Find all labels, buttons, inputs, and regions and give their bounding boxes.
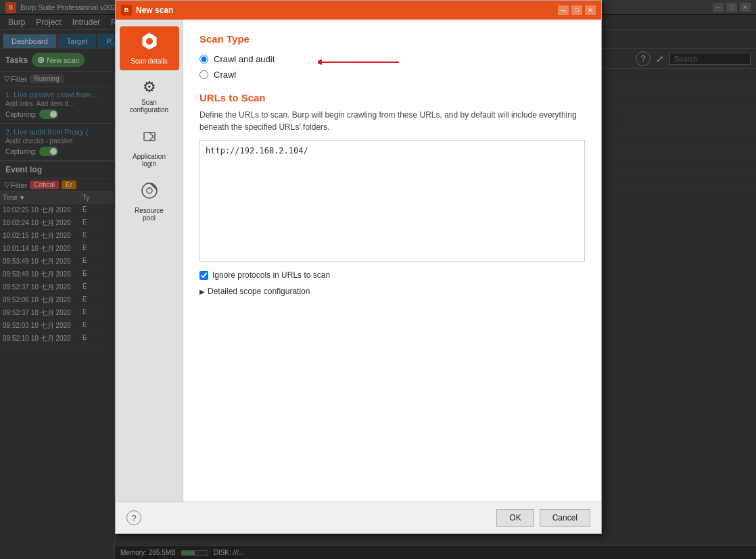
crawl-audit-radio-row: Crawl and audit bbox=[199, 54, 275, 64]
scan-details-icon bbox=[140, 32, 159, 55]
nav-item-scan-details[interactable]: Scan details bbox=[120, 26, 179, 70]
urls-textarea[interactable]: http://192.168.2.104/ bbox=[199, 140, 585, 262]
arrow-annotation bbox=[318, 55, 406, 69]
new-scan-dialog: B New scan ─ □ ✕ bbox=[115, 0, 602, 534]
scan-details-label: Scan details bbox=[131, 57, 167, 65]
dialog-win-btns: ─ □ ✕ bbox=[558, 5, 596, 15]
scope-chevron-icon: ▶ bbox=[199, 288, 205, 295]
dialog-main-content: Scan Type Crawl and audit bbox=[183, 20, 601, 502]
scan-type-title: Scan Type bbox=[199, 33, 585, 45]
resource-pool-label: Resource pool bbox=[135, 207, 164, 222]
crawl-audit-row-container: Crawl and audit bbox=[199, 54, 275, 70]
ignore-protocols-row: Ignore protocols in URLs to scan bbox=[199, 270, 585, 280]
ok-button[interactable]: OK bbox=[496, 509, 534, 527]
svg-point-1 bbox=[146, 38, 153, 45]
nav-item-resource-pool[interactable]: Resource pool bbox=[120, 176, 179, 227]
svg-line-4 bbox=[149, 137, 153, 141]
crawl-audit-radio[interactable] bbox=[199, 55, 208, 64]
svg-line-3 bbox=[149, 132, 153, 137]
scan-config-icon: ⚙ bbox=[143, 78, 156, 96]
dialog-help-button[interactable]: ? bbox=[126, 510, 141, 525]
dialog-minimize-button[interactable]: ─ bbox=[558, 5, 569, 15]
nav-item-scan-configuration[interactable]: ⚙ Scan configuration bbox=[120, 73, 179, 119]
urls-description: Define the URLs to scan. Burp will begin… bbox=[199, 109, 585, 133]
cancel-button[interactable]: Cancel bbox=[540, 509, 590, 527]
urls-to-scan-title: URLs to Scan bbox=[199, 92, 585, 103]
dialog-logo: B bbox=[121, 5, 132, 16]
dialog-body: Scan details ⚙ Scan configuration bbox=[116, 20, 601, 502]
dialog-titlebar: B New scan ─ □ ✕ bbox=[116, 1, 601, 20]
dialog-footer: ? OK Cancel bbox=[116, 502, 601, 533]
crawl-label: Crawl bbox=[214, 70, 236, 80]
resource-pool-icon bbox=[140, 181, 159, 204]
ignore-protocols-label: Ignore protocols in URLs to scan bbox=[212, 270, 330, 280]
detailed-scope-link[interactable]: ▶ Detailed scope configuration bbox=[199, 287, 585, 296]
svg-point-6 bbox=[147, 188, 152, 193]
crawl-radio[interactable] bbox=[199, 70, 208, 79]
dialog-maximize-button[interactable]: □ bbox=[571, 5, 582, 15]
crawl-radio-row: Crawl bbox=[199, 70, 585, 80]
main-window: B Burp Suite Professional v2020.1 - Temp… bbox=[0, 0, 756, 559]
app-login-label: Application login bbox=[133, 153, 166, 168]
ignore-protocols-checkbox[interactable] bbox=[199, 271, 208, 280]
dialog-close-button[interactable]: ✕ bbox=[585, 5, 596, 15]
crawl-audit-label: Crawl and audit bbox=[214, 54, 275, 64]
dialog-nav: Scan details ⚙ Scan configuration bbox=[116, 20, 183, 502]
dialog-title: New scan bbox=[136, 5, 558, 15]
scan-config-label: Scan configuration bbox=[130, 99, 168, 114]
app-login-icon bbox=[140, 127, 159, 150]
scope-link-text: Detailed scope configuration bbox=[208, 287, 310, 296]
dialog-overlay: B New scan ─ □ ✕ bbox=[0, 0, 756, 559]
nav-item-application-login[interactable]: Application login bbox=[120, 122, 179, 173]
